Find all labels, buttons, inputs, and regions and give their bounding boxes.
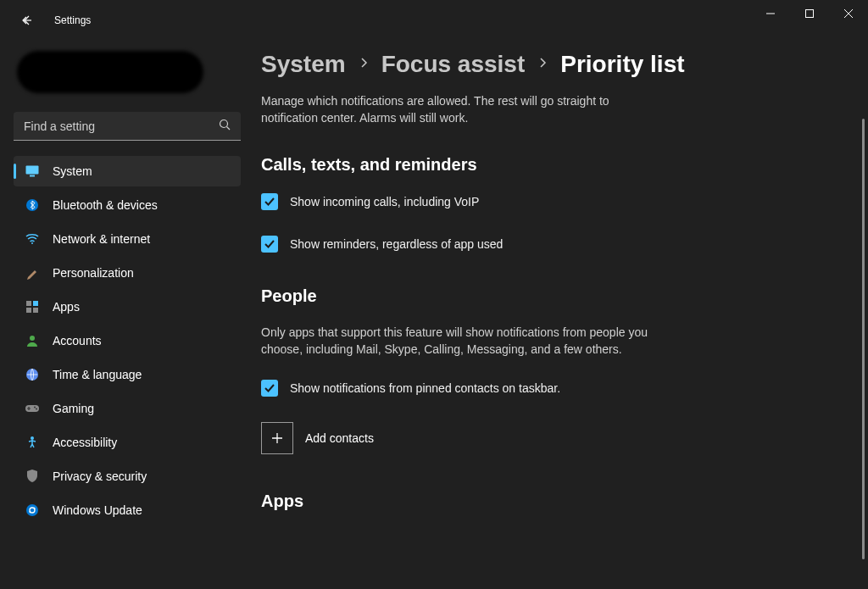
- page-description: Manage which notifications are allowed. …: [261, 93, 634, 126]
- scrollbar-thumb[interactable]: [862, 119, 865, 559]
- svg-rect-7: [33, 301, 38, 306]
- sidebar-item-privacy[interactable]: Privacy & security: [14, 461, 241, 492]
- sidebar-item-label: Accounts: [53, 334, 102, 347]
- sidebar-item-gaming[interactable]: Gaming: [14, 393, 241, 424]
- sidebar-item-label: Apps: [53, 300, 80, 314]
- checkmark-icon: [261, 193, 278, 210]
- svg-rect-8: [26, 308, 31, 313]
- checkbox-label: Show reminders, regardless of app used: [290, 237, 503, 251]
- apps-icon: [24, 298, 41, 315]
- accounts-icon: [24, 332, 41, 349]
- search-box: [14, 112, 241, 141]
- sidebar-item-windows-update[interactable]: Windows Update: [14, 495, 241, 525]
- svg-point-14: [36, 408, 37, 410]
- sidebar-item-label: Network & internet: [53, 232, 150, 246]
- chevron-right-icon: [359, 57, 368, 72]
- checkbox-incoming-calls[interactable]: Show incoming calls, including VoIP: [261, 193, 817, 210]
- breadcrumb: System Focus assist Priority list: [261, 51, 817, 78]
- minimize-button[interactable]: [751, 0, 790, 27]
- sidebar-item-accounts[interactable]: Accounts: [14, 325, 241, 356]
- people-description: Only apps that support this feature will…: [261, 325, 651, 358]
- breadcrumb-focus-assist[interactable]: Focus assist: [381, 51, 526, 78]
- profile-area[interactable]: [14, 47, 241, 102]
- system-icon: [24, 163, 41, 180]
- sidebar-item-label: Accessibility: [53, 436, 117, 449]
- sidebar-item-label: Personalization: [53, 266, 134, 280]
- svg-point-5: [31, 242, 33, 244]
- section-people-heading: People: [261, 286, 817, 306]
- svg-point-15: [31, 436, 34, 440]
- sidebar-item-label: Time & language: [53, 368, 142, 381]
- bluetooth-icon: [24, 197, 41, 214]
- personalization-icon: [24, 264, 41, 281]
- section-calls-heading: Calls, texts, and reminders: [261, 155, 817, 175]
- sidebar-item-label: Privacy & security: [53, 470, 147, 483]
- gaming-icon: [24, 400, 41, 417]
- checkbox-label: Show notifications from pinned contacts …: [290, 381, 560, 395]
- sidebar-item-network[interactable]: Network & internet: [14, 224, 241, 254]
- back-button[interactable]: [14, 7, 41, 34]
- sidebar-item-system[interactable]: System: [14, 156, 241, 186]
- section-apps-heading: Apps: [261, 492, 817, 511]
- svg-point-16: [26, 504, 38, 516]
- chevron-right-icon: [538, 57, 547, 72]
- windows-update-icon: [24, 502, 41, 519]
- svg-rect-3: [30, 175, 35, 177]
- sidebar-item-time-language[interactable]: Time & language: [14, 359, 241, 390]
- maximize-button[interactable]: [790, 0, 829, 27]
- sidebar-item-label: Gaming: [53, 402, 94, 415]
- checkmark-icon: [261, 380, 278, 397]
- profile-redacted: [17, 51, 203, 93]
- svg-point-1: [220, 120, 228, 128]
- window-title: Settings: [54, 14, 91, 26]
- checkbox-label: Show incoming calls, including VoIP: [290, 195, 479, 208]
- plus-icon: [261, 422, 293, 454]
- titlebar: Settings: [0, 0, 868, 41]
- network-icon: [24, 231, 41, 247]
- add-contacts-button[interactable]: Add contacts: [261, 422, 817, 454]
- breadcrumb-current: Priority list: [560, 51, 684, 78]
- add-contacts-label: Add contacts: [305, 431, 374, 445]
- svg-rect-6: [26, 301, 31, 306]
- checkmark-icon: [261, 236, 278, 253]
- svg-point-10: [30, 336, 35, 341]
- sidebar-item-label: System: [53, 164, 92, 178]
- sidebar-item-accessibility[interactable]: Accessibility: [14, 427, 241, 458]
- breadcrumb-system[interactable]: System: [261, 51, 346, 78]
- svg-point-13: [34, 407, 36, 408]
- sidebar-item-personalization[interactable]: Personalization: [14, 258, 241, 288]
- sidebar-item-label: Windows Update: [53, 503, 142, 517]
- checkbox-pinned-contacts[interactable]: Show notifications from pinned contacts …: [261, 380, 817, 397]
- sidebar: System Bluetooth & devices Network & int…: [0, 41, 254, 589]
- sidebar-item-apps[interactable]: Apps: [14, 292, 241, 322]
- window-controls: [751, 0, 868, 34]
- nav-list: System Bluetooth & devices Network & int…: [14, 156, 241, 525]
- svg-rect-9: [33, 308, 38, 313]
- search-input[interactable]: [14, 112, 241, 141]
- time-language-icon: [24, 366, 41, 383]
- privacy-icon: [24, 468, 41, 485]
- close-button[interactable]: [829, 0, 868, 27]
- svg-rect-0: [806, 10, 814, 18]
- sidebar-item-label: Bluetooth & devices: [53, 198, 158, 212]
- accessibility-icon: [24, 434, 41, 451]
- svg-rect-2: [26, 166, 39, 175]
- main-content: System Focus assist Priority list Manage…: [254, 41, 868, 589]
- sidebar-item-bluetooth[interactable]: Bluetooth & devices: [14, 190, 241, 220]
- search-icon: [219, 119, 231, 134]
- checkbox-reminders[interactable]: Show reminders, regardless of app used: [261, 236, 817, 253]
